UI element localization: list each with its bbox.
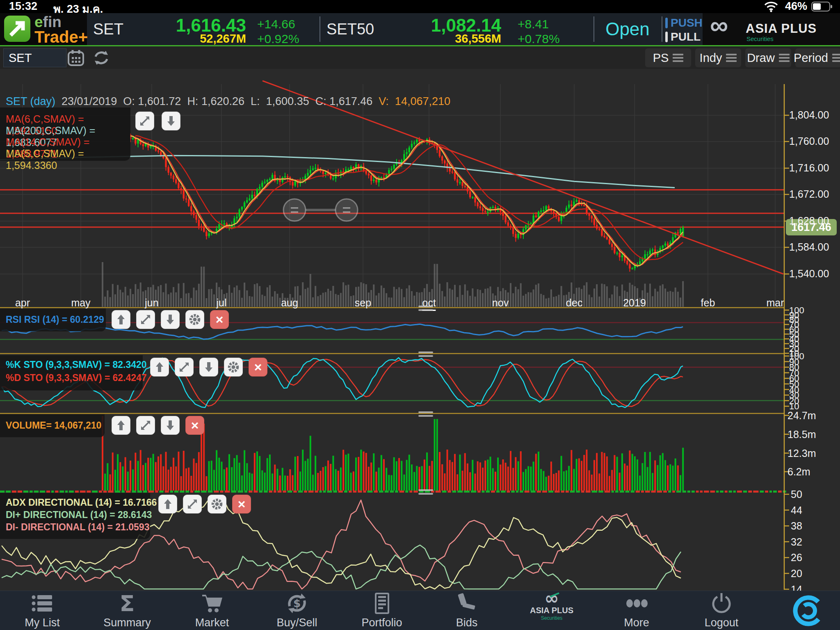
gavel-icon (430, 592, 504, 616)
document-icon (345, 592, 419, 616)
adx-close-button[interactable]: × (232, 495, 251, 514)
chart-date: 23/01/2019 (62, 95, 117, 107)
price-axis-label: 1,804.00 (789, 109, 829, 121)
close-value: 1,617.46 (329, 95, 372, 107)
month-label[interactable]: mar (766, 297, 784, 309)
month-label[interactable]: aug (281, 297, 298, 309)
month-label[interactable]: 2019 (623, 297, 646, 309)
sto-down-arrow-button[interactable] (199, 358, 218, 377)
list-icon (5, 592, 79, 616)
cart-icon (175, 592, 249, 616)
high-value: 1,620.26 (201, 95, 244, 107)
di-plus-label: DI+ DIRECTIONAL (14) = 28.6143 (6, 509, 152, 520)
rsi-gear-button[interactable] (185, 310, 204, 329)
month-label[interactable]: dec (566, 297, 582, 309)
nav-item-label: Buy/Sell (260, 616, 334, 629)
nav-item-summary[interactable]: ΣSummary (90, 592, 164, 629)
month-label[interactable]: sep (355, 297, 371, 309)
adx-axis-label: 20 (791, 568, 802, 580)
adx-up-arrow-button[interactable] (158, 495, 177, 514)
sto-up-arrow-button[interactable] (150, 358, 169, 377)
adx-axis-label: 32 (791, 536, 802, 548)
nav-item-label: ASIA PLUS (515, 606, 589, 615)
nav-item-buy-sell[interactable]: $Buy/Sell (260, 592, 334, 629)
price-axis-label: 1,584.00 (789, 241, 829, 253)
panel-drag-handle[interactable] (418, 349, 433, 359)
nav-item-bids[interactable]: Bids (430, 592, 504, 629)
chart-down-arrow-button[interactable] (162, 112, 180, 130)
adx-gear-button[interactable] (208, 495, 226, 514)
nav-item-label: Summary (90, 616, 164, 629)
nav-item-label: My List (5, 616, 79, 629)
price-axis-label: 1,672.00 (789, 188, 829, 200)
rsi-up-arrow-button[interactable] (112, 310, 130, 329)
dollar-cycle-icon: $ (260, 592, 334, 616)
ellipsis-icon (600, 592, 673, 616)
volume-value: 14,067,210 (395, 95, 450, 107)
nav-item-asia-plus[interactable]: ∞ASIA PLUSSecurities (515, 592, 589, 621)
volume-label: VOLUME= 14,067,210 (6, 420, 101, 431)
month-label[interactable]: feb (701, 297, 715, 309)
volume-axis-label: 18.5m (788, 429, 816, 441)
app-screen: 15:32 พ. 23 ม.ค. 46% efin Trade+ SET 1,6… (0, 0, 840, 630)
month-label[interactable]: nov (492, 297, 509, 309)
adx-axis-label: 44 (791, 504, 802, 516)
adx-axis-label: 26 (791, 552, 802, 564)
nav-item-label: Bids (430, 616, 504, 629)
price-axis-label: 1,540.00 (789, 268, 829, 280)
rsi-label: RSI RSI (14) = 60.2129 (6, 314, 104, 325)
nav-item-portfolio[interactable]: Portfolio (345, 592, 419, 629)
sto-k-label: %K STO (9,3,3,SMAV) = 82.3420 (6, 359, 147, 370)
sto-d-label: %D STO (9,3,3,SMAV) = 62.4247 (6, 372, 147, 383)
nav-item-label: More (600, 616, 673, 629)
price-axis-label: 1,628.00 (789, 215, 829, 227)
panel-drag-handle[interactable] (418, 487, 433, 497)
di-minus-label: DI- DIRECTIONAL (14) = 21.0593 (6, 522, 149, 533)
month-label[interactable]: jun (145, 297, 158, 309)
adx-label: ADX DIRECTIONAL (14) = 16.7166 (6, 497, 157, 508)
panel-drag-handle[interactable] (418, 304, 433, 313)
ohlc-info: SET (day) 23/01/2019 O: 1,601.72 H: 1,62… (6, 95, 450, 108)
month-label[interactable]: may (71, 297, 90, 309)
low-value: 1,600.35 (266, 95, 309, 107)
sto-close-button[interactable]: × (249, 358, 267, 377)
rsi-down-arrow-button[interactable] (161, 310, 180, 329)
nav-broker-sub: Securities (515, 615, 589, 621)
volume-axis-label: 12.3m (788, 447, 816, 459)
volume-axis-label: 6.2m (788, 466, 810, 478)
nav-item-more[interactable]: More (600, 592, 673, 629)
month-label[interactable]: jul (216, 297, 226, 309)
sigma-icon: Σ (90, 592, 164, 616)
month-label[interactable]: apr (15, 297, 30, 309)
brand-swirl-icon[interactable] (772, 593, 840, 630)
price-axis-label: 1,716.00 (789, 162, 829, 174)
power-icon (685, 592, 758, 616)
sto-expand-button[interactable] (175, 358, 194, 377)
rsi-expand-button[interactable] (136, 310, 155, 329)
sto-gear-button[interactable] (224, 358, 243, 377)
open-value: 1,601.72 (138, 95, 181, 107)
rsi-close-button[interactable]: × (210, 310, 229, 329)
ma-legend: MA(6,C,SMAV) = 1,591.5150MA(200,C,SMAV) … (0, 107, 130, 161)
nav-item-label: Market (175, 616, 249, 629)
chart-expand-button[interactable] (135, 112, 154, 130)
volume-down-arrow-button[interactable] (161, 416, 180, 435)
nav-item-label: Logout (685, 616, 758, 629)
nav-item-logout[interactable]: Logout (685, 592, 758, 629)
svg-text:$: $ (293, 597, 301, 609)
svg-text:Σ: Σ (120, 592, 135, 615)
nav-item-label: Portfolio (345, 616, 419, 629)
adx-axis-label: 38 (791, 520, 802, 532)
adx-expand-button[interactable] (183, 495, 202, 514)
nav-item-my-list[interactable]: My List (5, 592, 79, 629)
panel-drag-handle[interactable] (418, 409, 433, 419)
bottom-nav: My ListΣSummaryMarket$Buy/SellPortfolioB… (0, 591, 840, 630)
nav-item-market[interactable]: Market (175, 592, 249, 629)
volume-close-button[interactable]: × (185, 416, 204, 435)
volume-up-arrow-button[interactable] (112, 416, 130, 435)
price-axis-label: 1,760.00 (789, 135, 829, 147)
volume-expand-button[interactable] (136, 416, 155, 435)
asia-plus-logo: ∞ (515, 592, 589, 607)
volume-axis-label: 24.7m (788, 410, 816, 422)
ma-legend-row: MA(5,C,SMAV) = 1,594.3360 (6, 148, 130, 171)
